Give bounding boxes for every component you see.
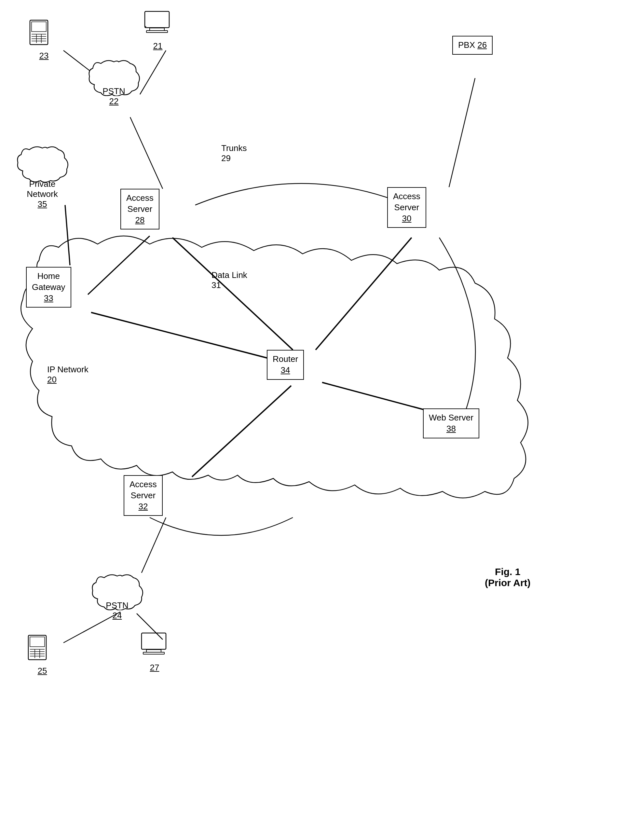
pstn-22-label: PSTN 22	[102, 86, 125, 106]
svg-line-5	[88, 236, 150, 295]
phone-25-node: 25	[28, 635, 57, 676]
ip-network-20-label: IP Network20	[47, 364, 88, 385]
svg-rect-16	[147, 31, 168, 33]
svg-rect-19	[32, 22, 46, 32]
computer-21-node: 21	[143, 10, 172, 51]
access-server-28-node: Access Server 28	[120, 189, 159, 229]
computer-icon-27	[140, 631, 169, 661]
svg-rect-34	[142, 633, 166, 649]
svg-line-2	[130, 117, 163, 189]
svg-rect-14	[145, 11, 169, 28]
svg-rect-36	[143, 652, 164, 654]
pbx-26-box: PBX 26	[452, 36, 493, 55]
svg-line-11	[142, 517, 166, 573]
svg-rect-15	[150, 28, 164, 31]
access-server-32-node: AccessServer 32	[124, 475, 163, 516]
router-34-node: Router 34	[267, 350, 304, 380]
svg-rect-35	[147, 649, 161, 652]
home-gateway-33-node: HomeGateway 33	[26, 267, 71, 307]
svg-line-4	[65, 205, 70, 265]
web-server-38-box: Web Server 38	[423, 408, 479, 438]
private-network-35-label: PrivateNetwork35	[27, 179, 58, 209]
phone-25-label: 25	[38, 666, 47, 676]
svg-line-6	[172, 238, 293, 350]
pbx-26-node: PBX 26	[452, 36, 493, 55]
figure-label: Fig. 1(Prior Art)	[485, 566, 531, 588]
pstn-24-node: PSTN24	[91, 571, 143, 621]
svg-line-7	[316, 238, 411, 350]
phone-23-node: 23	[29, 19, 58, 61]
access-server-32-box: AccessServer 32	[124, 475, 163, 516]
svg-line-9	[322, 382, 438, 413]
computer-27-node: 27	[140, 631, 169, 673]
svg-line-0	[140, 50, 166, 95]
computer-icon	[143, 10, 172, 39]
svg-line-8	[91, 312, 280, 361]
router-34-box: Router 34	[267, 350, 304, 380]
phone-icon-25	[28, 635, 57, 664]
pstn-22-node: PSTN 22	[88, 57, 140, 106]
private-network-35-node: PrivateNetwork35	[16, 143, 68, 209]
svg-line-3	[449, 78, 475, 187]
phone-23-label: 23	[39, 51, 49, 61]
diagram: 21 23 PSTN 22 PBX 26	[0, 0, 627, 840]
data-link-31-label: Data Link31	[211, 270, 247, 290]
home-gateway-33-box: HomeGateway 33	[26, 267, 71, 307]
access-server-30-box: AccessServer 30	[387, 187, 426, 228]
svg-rect-27	[30, 637, 44, 647]
computer-27-label: 27	[150, 663, 159, 673]
phone-icon-23	[29, 19, 58, 49]
svg-line-10	[192, 386, 291, 477]
pstn-24-label: PSTN24	[106, 600, 128, 621]
access-server-28-box: Access Server 28	[120, 189, 159, 229]
access-server-30-node: AccessServer 30	[387, 187, 426, 228]
computer-21-label: 21	[153, 41, 163, 51]
web-server-38-node: Web Server 38	[423, 408, 479, 438]
connection-lines	[0, 0, 627, 840]
trunks-29-label: Trunks29	[221, 143, 247, 163]
